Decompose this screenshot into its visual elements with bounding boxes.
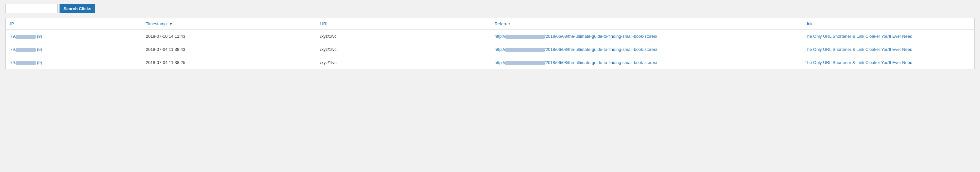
ip-count: (9) xyxy=(36,60,42,65)
clicks-table-container: IP Timestamp ▼ URI Referrer Link xyxy=(5,18,975,69)
ip-blurred xyxy=(16,48,36,52)
search-bar: Search Clicks xyxy=(5,4,975,13)
referrer-blurred xyxy=(505,61,545,65)
ip-prefix: 79. xyxy=(10,34,16,39)
referrer-link[interactable]: http:///2018/06/08/the-ultimate-guide-to… xyxy=(495,60,657,65)
cell-link: The Only URL Shortener & Link Cloaker Yo… xyxy=(800,56,974,69)
cell-timestamp: 2018-07-10 14:11:43 xyxy=(141,30,316,43)
link-anchor[interactable]: The Only URL Shortener & Link Cloaker Yo… xyxy=(805,47,912,52)
referrer-suffix: /2018/06/08/the-ultimate-guide-to-findin… xyxy=(545,60,657,65)
cell-ip: 79. (9) xyxy=(6,43,141,56)
ip-prefix: 79. xyxy=(10,47,16,52)
table-header-row: IP Timestamp ▼ URI Referrer Link xyxy=(6,18,974,30)
cell-ip: 79. (9) xyxy=(6,56,141,69)
referrer-blurred xyxy=(505,35,545,39)
search-input[interactable] xyxy=(5,4,57,13)
cell-link: The Only URL Shortener & Link Cloaker Yo… xyxy=(800,43,974,56)
table-body: 79. (9)2018-07-10 14:11:43/xyz/1lvchttp:… xyxy=(6,30,974,69)
cell-referrer: http:///2018/06/08/the-ultimate-guide-to… xyxy=(490,56,800,69)
clicks-table: IP Timestamp ▼ URI Referrer Link xyxy=(6,18,974,69)
cell-ip: 79. (9) xyxy=(6,30,141,43)
col-header-uri[interactable]: URI xyxy=(316,18,490,30)
page-wrapper: Search Clicks IP Timestamp ▼ URI Re xyxy=(0,0,980,172)
col-header-link[interactable]: Link xyxy=(800,18,974,30)
referrer-prefix: http:// xyxy=(495,60,505,65)
table-row: 79. (9)2018-07-10 14:11:43/xyz/1lvchttp:… xyxy=(6,30,974,43)
ip-count: (9) xyxy=(36,34,42,39)
sort-arrow-icon: ▼ xyxy=(169,22,173,26)
search-clicks-button[interactable]: Search Clicks xyxy=(59,4,95,13)
cell-timestamp: 2018-07-04 11:38:43 xyxy=(141,43,316,56)
referrer-link[interactable]: http:///2018/06/08/the-ultimate-guide-to… xyxy=(495,47,657,52)
cell-referrer: http:///2018/06/08/the-ultimate-guide-to… xyxy=(490,43,800,56)
cell-timestamp: 2018-07-04 11:38:25 xyxy=(141,56,316,69)
referrer-suffix: /2018/06/08/the-ultimate-guide-to-findin… xyxy=(545,47,657,52)
link-anchor[interactable]: The Only URL Shortener & Link Cloaker Yo… xyxy=(805,34,912,39)
link-anchor[interactable]: The Only URL Shortener & Link Cloaker Yo… xyxy=(805,60,912,65)
ip-blurred xyxy=(16,35,36,39)
ip-link[interactable]: 79. (9) xyxy=(10,34,42,39)
ip-count: (9) xyxy=(36,47,42,52)
cell-referrer: http:///2018/06/08/the-ultimate-guide-to… xyxy=(490,30,800,43)
ip-link[interactable]: 79. (9) xyxy=(10,60,42,65)
cell-link: The Only URL Shortener & Link Cloaker Yo… xyxy=(800,30,974,43)
cell-uri: /xyz/1lvc xyxy=(316,30,490,43)
table-row: 79. (9)2018-07-04 11:38:25/xyz/1lvchttp:… xyxy=(6,56,974,69)
col-header-referrer[interactable]: Referrer xyxy=(490,18,800,30)
referrer-prefix: http:// xyxy=(495,34,505,39)
col-header-ip[interactable]: IP xyxy=(6,18,141,30)
col-header-timestamp[interactable]: Timestamp ▼ xyxy=(141,18,316,30)
table-row: 79. (9)2018-07-04 11:38:43/xyz/1lvchttp:… xyxy=(6,43,974,56)
ip-link[interactable]: 79. (9) xyxy=(10,47,42,52)
referrer-link[interactable]: http:///2018/06/08/the-ultimate-guide-to… xyxy=(495,34,657,39)
referrer-prefix: http:// xyxy=(495,47,505,52)
cell-uri: /xyz/1lvc xyxy=(316,43,490,56)
referrer-suffix: /2018/06/08/the-ultimate-guide-to-findin… xyxy=(545,34,657,39)
cell-uri: /xyz/1lvc xyxy=(316,56,490,69)
ip-prefix: 79. xyxy=(10,60,16,65)
referrer-blurred xyxy=(505,48,545,52)
ip-blurred xyxy=(16,61,36,65)
